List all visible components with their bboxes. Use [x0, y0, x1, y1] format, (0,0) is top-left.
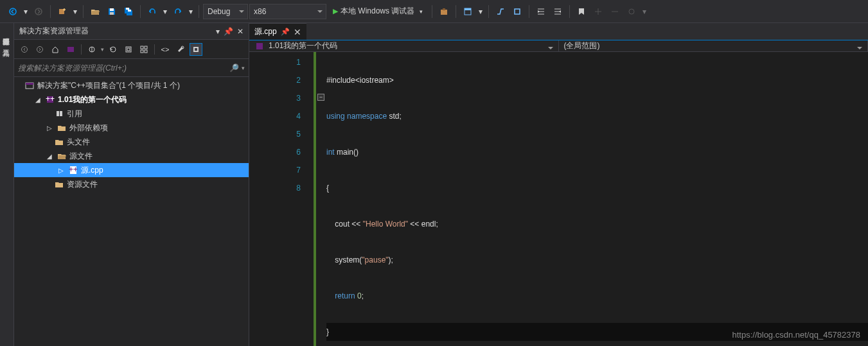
svg-point-14 — [37, 46, 43, 52]
side-tab-toolbox[interactable]: 工具箱 — [0, 39, 13, 50]
svg-rect-22 — [145, 50, 147, 53]
nav-fwd-icon[interactable] — [31, 4, 46, 19]
close-icon[interactable]: ✕ — [294, 27, 301, 37]
home-icon[interactable] — [49, 43, 62, 56]
svg-rect-15 — [67, 47, 74, 52]
filter-icon[interactable] — [85, 43, 98, 56]
nav-back-split-icon[interactable]: ▾ — [22, 4, 30, 19]
fwd-icon[interactable] — [33, 43, 46, 56]
fold-toggle-icon[interactable]: − — [317, 94, 324, 101]
pin-icon[interactable]: 📌 — [224, 27, 233, 36]
switch-view-icon[interactable] — [64, 43, 77, 56]
step-out-icon[interactable] — [509, 4, 525, 19]
references-icon — [54, 108, 64, 119]
separator — [432, 5, 432, 18]
search-icon[interactable]: 🔎 — [227, 64, 242, 73]
separator — [529, 5, 529, 18]
separator — [488, 5, 489, 18]
disabled-icon-1 — [590, 4, 606, 19]
references-node[interactable]: 引用 — [14, 107, 249, 121]
run-button[interactable]: ▶本地 Windows 调试器▾ — [328, 4, 428, 19]
properties-icon[interactable] — [174, 43, 187, 56]
play-icon: ▶ — [333, 7, 338, 15]
chevron-down-icon[interactable]: ◢ — [33, 96, 42, 103]
redo-split-icon[interactable]: ▾ — [187, 4, 195, 19]
tree-label: 外部依赖项 — [69, 123, 108, 134]
svg-point-13 — [22, 46, 28, 52]
preview-icon[interactable] — [190, 43, 202, 56]
svg-rect-34 — [256, 43, 263, 49]
folder-icon — [54, 179, 64, 189]
project-label: 1.01我的第一个代码 — [58, 94, 127, 105]
sources-node[interactable]: ◢ 源文件 — [14, 149, 249, 163]
solution-tree: 解决方案"C++项目集合"(1 个项目/共 1 个) ◢ ++ 1.01我的第一… — [14, 77, 249, 346]
indent-left-icon[interactable] — [533, 4, 549, 19]
save-all-icon[interactable] — [121, 4, 136, 19]
svg-rect-18 — [127, 48, 130, 51]
svg-rect-8 — [443, 8, 445, 10]
pin-icon[interactable]: 📌 — [281, 28, 290, 36]
resources-node[interactable]: 资源文件 — [14, 177, 249, 191]
chevron-right-icon[interactable]: ▷ — [57, 167, 66, 174]
chevron-down-icon[interactable]: ◢ — [45, 153, 54, 160]
svg-rect-5 — [126, 8, 129, 10]
tab-source-cpp[interactable]: 源.cpp 📌 ✕ — [249, 23, 306, 40]
svg-point-12 — [629, 9, 634, 14]
back-icon[interactable] — [18, 43, 31, 56]
nav-back-icon[interactable] — [5, 4, 21, 19]
side-tab-server-explorer[interactable]: 服务器资源管理器 — [0, 27, 13, 39]
scope-dropdown[interactable]: 1.01我的第一个代码 — [249, 40, 559, 51]
config-dropdown[interactable]: Debug — [203, 4, 248, 19]
toolbox-icon[interactable] — [436, 4, 452, 19]
undo-icon[interactable] — [145, 4, 160, 19]
undo-split-icon[interactable]: ▾ — [161, 4, 169, 19]
new-item-split-icon[interactable]: ▾ — [71, 4, 79, 19]
redo-icon[interactable] — [170, 4, 186, 19]
tab-label: 源.cpp — [254, 26, 277, 37]
watermark: https://blog.csdn.net/qq_45782378 — [732, 330, 861, 340]
window-icon[interactable] — [460, 4, 475, 19]
code-content[interactable]: #include<iostream> using namespace std; … — [326, 52, 868, 346]
search-split-icon[interactable]: ▾ — [242, 65, 245, 71]
window-split-icon[interactable]: ▾ — [477, 4, 484, 19]
line-gutter: 12345678 — [249, 52, 314, 346]
collapse-icon[interactable] — [122, 43, 135, 56]
bookmark-icon[interactable] — [574, 4, 589, 19]
project-icon — [254, 41, 265, 51]
open-file-icon[interactable] — [87, 4, 103, 19]
folder-icon — [54, 137, 64, 147]
code-editor[interactable]: 12345678 − #include<iostream> using name… — [249, 52, 868, 346]
disabled-split-icon: ▾ — [641, 4, 648, 19]
editor-area: 源.cpp 📌 ✕ 1.01我的第一个代码 (全局范围) 12345678 − … — [249, 23, 868, 346]
solution-label: 解决方案"C++项目集合"(1 个项目/共 1 个) — [37, 80, 180, 91]
cpp-file-icon: ++ — [68, 165, 78, 175]
solution-node[interactable]: 解决方案"C++项目集合"(1 个项目/共 1 个) — [14, 78, 249, 92]
platform-dropdown[interactable]: x86 — [249, 4, 326, 19]
member-dropdown[interactable]: (全局范围) — [559, 40, 869, 51]
svg-rect-4 — [110, 12, 114, 15]
headers-node[interactable]: 头文件 — [14, 135, 249, 149]
show-all-icon[interactable] — [137, 43, 150, 56]
chevron-right-icon[interactable]: ▷ — [45, 125, 54, 132]
main-toolbar: ▾ ▾ ▾ ▾ Debug x86 ▶本地 Windows 调试器▾ ▾ ▾ — [0, 0, 868, 23]
external-deps-node[interactable]: ▷ 外部依赖项 — [14, 121, 249, 135]
panel-menu-icon[interactable]: ▾ — [216, 27, 220, 36]
solution-icon — [24, 80, 35, 91]
svg-rect-25 — [195, 48, 197, 51]
new-item-icon[interactable] — [55, 4, 70, 19]
svg-rect-31 — [60, 111, 62, 116]
indent-right-icon[interactable] — [550, 4, 565, 19]
project-node[interactable]: ◢ ++ 1.01我的第一个代码 — [14, 92, 249, 107]
close-icon[interactable]: ✕ — [237, 27, 244, 36]
refresh-icon[interactable] — [107, 43, 120, 56]
tab-well: 源.cpp 📌 ✕ — [249, 23, 868, 40]
save-icon[interactable] — [104, 4, 120, 19]
step-icon[interactable] — [493, 4, 508, 19]
code-icon[interactable]: <> — [159, 43, 172, 56]
search-input[interactable] — [18, 64, 227, 73]
folder-open-icon — [57, 151, 67, 161]
tree-label: 源文件 — [69, 151, 93, 162]
tree-label: 源.cpp — [81, 165, 103, 176]
folder-icon — [57, 123, 67, 133]
source-file-node[interactable]: ▷ ++ 源.cpp — [14, 163, 249, 177]
